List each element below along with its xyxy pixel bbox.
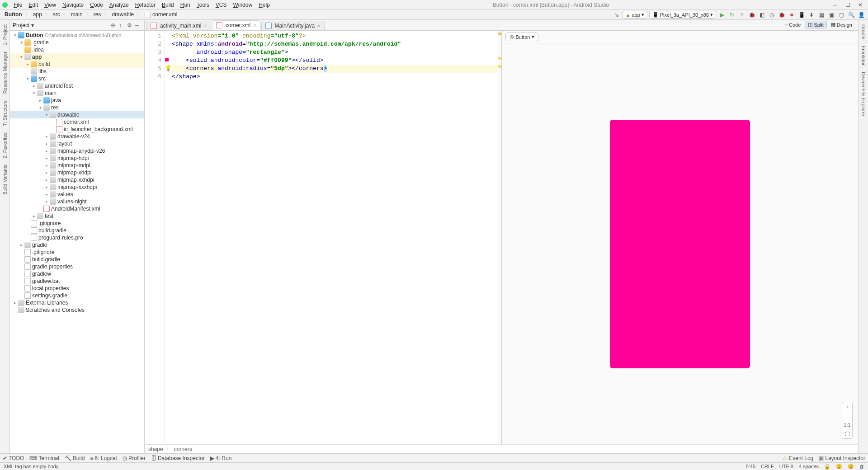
tree-item-mipmap-anydpi-v26[interactable]: ▸mipmap-anydpi-v26 (10, 147, 144, 155)
tree-item-corner-xml[interactable]: corner.xml (10, 118, 144, 126)
device-dropdown[interactable]: 📱Pixel_3a_API_30_x86▾ (649, 11, 716, 19)
profile-icon[interactable]: ◷ (768, 11, 776, 19)
tree-item--gitignore[interactable]: .gitignore (10, 220, 144, 227)
tree-item-build-gradle[interactable]: build.gradle (10, 227, 144, 234)
tree-item-mipmap-mdpi[interactable]: ▸mipmap-mdpi (10, 162, 144, 169)
view-mode-code[interactable]: ≡ Code (782, 21, 804, 28)
trash-icon[interactable]: 🗑 (859, 464, 864, 469)
tree-item-gradle[interactable]: ▸gradle (10, 241, 144, 249)
tree-item-mipmap-xxhdpi[interactable]: ▸mipmap-xxhdpi (10, 176, 144, 183)
maximize-button[interactable]: ☐ (842, 1, 854, 9)
close-tab-icon[interactable]: × (204, 23, 207, 28)
tree-item-mipmap-hdpi[interactable]: ▸mipmap-hdpi (10, 155, 144, 162)
user-icon[interactable]: 👤 (857, 11, 865, 19)
tree-item-res[interactable]: ▾res (10, 104, 144, 111)
resource-manager-icon[interactable]: ▦ (817, 11, 826, 19)
preview-component-dropdown[interactable]: ◎ Button ▾ (505, 33, 539, 41)
tool-run[interactable]: ▶4: Run (210, 455, 231, 461)
tree-item-layout[interactable]: ▸layout (10, 140, 144, 147)
debug-icon[interactable]: 🐞 (748, 11, 756, 19)
menu-view[interactable]: View (42, 1, 59, 9)
tree-item-ic-launcher-background-xml[interactable]: ic_launcher_background.xml (10, 126, 144, 133)
settings-gear-icon[interactable]: ⚙ (127, 22, 133, 28)
sdk-manager-icon[interactable]: ⬇ (807, 11, 816, 19)
menu-refactor[interactable]: Refactor (132, 1, 158, 9)
expand-all-icon[interactable]: ↕ (119, 22, 125, 28)
editor-tab-activity-main-xml[interactable]: activity_main.xml× (146, 21, 211, 30)
layout-inspector-icon[interactable]: ▣ (827, 11, 835, 19)
zoom-fit-button[interactable]: ⛶ (842, 429, 852, 438)
tree-item-src[interactable]: ▾src (10, 75, 144, 82)
close-button[interactable]: ✕ (854, 1, 866, 9)
tree-item-app[interactable]: ▾app (10, 53, 144, 61)
avd-manager-icon[interactable]: 📱 (797, 11, 806, 19)
tree-item-values[interactable]: ▸values (10, 191, 144, 198)
search-icon[interactable]: 🔍 (847, 11, 855, 19)
close-tab-icon[interactable]: × (253, 23, 256, 28)
side-tab-1-project[interactable]: 1: Project (1, 22, 9, 48)
tree-item-java[interactable]: ▸java (10, 97, 144, 104)
tool-terminal[interactable]: ⌨Terminal (29, 455, 59, 461)
editor-breadcrumb-shape[interactable]: shape (148, 446, 163, 452)
run-config-dropdown[interactable]: ▲app▾ (623, 11, 647, 19)
tree-item-local-properties[interactable]: local.properties (10, 285, 144, 292)
breadcrumb-res[interactable]: res (92, 11, 103, 18)
minimize-button[interactable]: ─ (829, 1, 841, 9)
tree-item-gradlew-bat[interactable]: gradlew.bat (10, 277, 144, 285)
tree-item--gradle[interactable]: ▾.gradle (10, 39, 144, 46)
tree-item-external-libraries[interactable]: ▸External Libraries (10, 299, 144, 306)
tree-item--gitignore[interactable]: .gitignore (10, 249, 144, 256)
breadcrumb-main[interactable]: main (69, 11, 85, 18)
side-tab-2-favorites[interactable]: 2: Favorites (1, 130, 9, 161)
side-tab-emulator[interactable]: Emulator (860, 43, 867, 68)
tree-item--idea[interactable]: .idea (10, 46, 144, 53)
side-tab-gradle[interactable]: Gradle (860, 22, 867, 42)
menu-tools[interactable]: Tools (194, 1, 212, 9)
attach-debugger-icon[interactable]: 🐞 (778, 11, 786, 19)
inspection-face-icon[interactable]: 🙂 (836, 464, 842, 470)
project-tree[interactable]: ▾ButtonD:\androidstudio\homework\Button … (10, 31, 144, 453)
code-editor[interactable]: 123456 💡 <?xml version="1.0" encoding="u… (145, 31, 502, 444)
coverage-icon[interactable]: ◧ (758, 11, 766, 19)
side-tab-build-variants[interactable]: Build Variants (1, 162, 9, 197)
run-icon[interactable]: ▶ (718, 11, 726, 19)
tree-item-androidmanifest-xml[interactable]: AndroidManifest.xml (10, 205, 144, 212)
apply-code-icon[interactable]: ≡ (738, 11, 746, 19)
menu-code[interactable]: Code (87, 1, 106, 9)
readonly-lock-icon[interactable]: 🔓 (824, 464, 830, 470)
zoom-11-button[interactable]: 1:1 (842, 420, 852, 429)
editor-tab-corner-xml[interactable]: corner.xml× (212, 20, 260, 30)
tree-item-gradle-properties[interactable]: gradle.properties (10, 263, 144, 270)
tool-layout-inspector[interactable]: ▣Layout Inspector (819, 455, 865, 461)
hide-panel-icon[interactable]: ─ (135, 22, 142, 28)
menu-edit[interactable]: Edit (26, 1, 41, 9)
editor-breadcrumb-corners[interactable]: corners (174, 446, 192, 452)
tree-item-test[interactable]: ▸test (10, 212, 144, 220)
memory-indicator-icon[interactable]: 🙂 (848, 464, 854, 470)
breadcrumb-button[interactable]: Button (3, 11, 24, 18)
menu-help[interactable]: Help (256, 1, 273, 9)
emulator-icon[interactable]: ▢ (837, 11, 845, 19)
tool-todo[interactable]: ✔TODO (3, 455, 24, 461)
preview-canvas[interactable]: + − 1:1 ⛶ (502, 43, 859, 444)
locate-icon[interactable]: ⊕ (111, 22, 117, 28)
close-tab-icon[interactable]: × (317, 23, 320, 28)
file-encoding[interactable]: UTF-8 (779, 464, 793, 469)
view-mode-split[interactable]: ◫ Split (805, 21, 826, 28)
color-swatch-icon[interactable] (165, 58, 169, 61)
tree-item-drawable-v24[interactable]: ▸drawable-v24 (10, 133, 144, 140)
project-view-dropdown[interactable]: Project ▾ (13, 22, 34, 28)
tool-build[interactable]: 🔨Build (65, 455, 85, 461)
menu-file[interactable]: File (11, 1, 25, 9)
tool-logcat[interactable]: ≡6: Logcat (90, 455, 117, 461)
stop-icon[interactable]: ■ (788, 11, 796, 19)
view-mode-design[interactable]: ▦ Design (828, 21, 855, 28)
breadcrumb-src[interactable]: src (51, 11, 62, 18)
line-separator[interactable]: CRLF (761, 464, 774, 469)
menu-run[interactable]: Run (178, 1, 193, 9)
tree-item-libs[interactable]: libs (10, 68, 144, 75)
tree-item-drawable[interactable]: ▾drawable (10, 111, 144, 118)
menu-build[interactable]: Build (159, 1, 177, 9)
tree-item-gradlew[interactable]: gradlew (10, 270, 144, 277)
breadcrumb-app[interactable]: app (31, 11, 44, 18)
